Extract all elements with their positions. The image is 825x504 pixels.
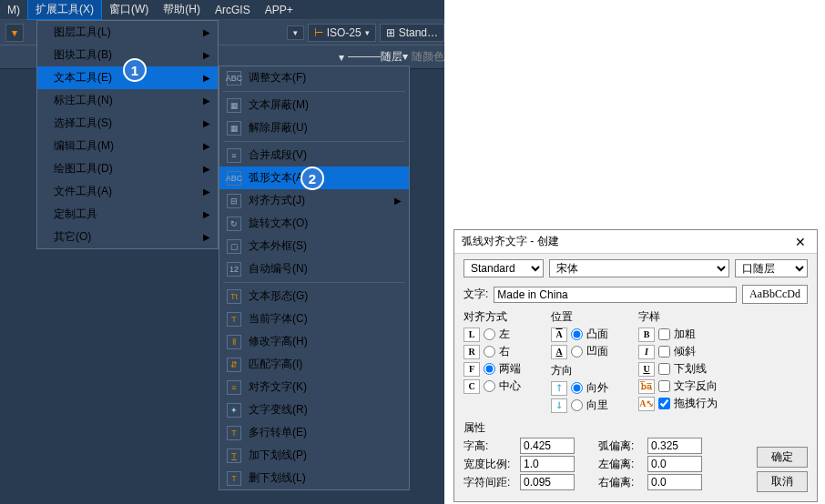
- menu-window[interactable]: 窗口(W): [102, 0, 156, 19]
- left-input[interactable]: [647, 456, 702, 472]
- submenu-adjust-text[interactable]: ABC调整文本(F): [219, 66, 409, 89]
- align-right-row[interactable]: R右: [463, 344, 545, 359]
- pos-concave-row[interactable]: A凹面: [551, 344, 633, 359]
- close-button[interactable]: ✕: [791, 235, 810, 249]
- dir-in-row[interactable]: ⇣向里: [551, 398, 633, 413]
- dir-in-radio[interactable]: [571, 399, 583, 411]
- tb-layer-dropdown[interactable]: ▾: [5, 24, 24, 42]
- submenu-multi-to-single[interactable]: T多行转单(E): [219, 421, 409, 444]
- menu-draw-tools[interactable]: 绘图工具(D)▶: [37, 157, 218, 180]
- submenu-change-height[interactable]: Ⅱ修改字高(H): [219, 330, 409, 353]
- menu-arcgis[interactable]: ArcGIS: [208, 2, 258, 18]
- submenu-unmask[interactable]: ▦解除屏蔽(U): [219, 116, 409, 139]
- bold-icon: B: [638, 328, 655, 342]
- submenu-align-text[interactable]: ≡对齐文字(K): [219, 376, 409, 398]
- submenu-del-underline[interactable]: T删下划线(L): [219, 467, 409, 489]
- underline-check[interactable]: [658, 363, 670, 375]
- submenu-match-height[interactable]: ⇵匹配字高(I): [219, 353, 409, 376]
- bold-row[interactable]: B加粗: [638, 327, 738, 342]
- align-fit-row[interactable]: F两端: [463, 361, 545, 377]
- ok-button[interactable]: 确定: [757, 447, 808, 468]
- width-label: 宽度比例:: [463, 457, 514, 472]
- step-badge-1: 1: [123, 58, 147, 82]
- align-fit-radio[interactable]: [484, 363, 495, 375]
- text-icon: ABC: [227, 71, 241, 86]
- submenu-arrow-icon: ▶: [203, 232, 210, 242]
- drag-row[interactable]: A⤡拖拽行为: [638, 396, 738, 411]
- props-title: 属性: [463, 420, 808, 436]
- menu-other[interactable]: 其它(O)▶: [37, 226, 218, 248]
- tb-layer-style[interactable]: ———随层▾: [348, 49, 408, 65]
- arc-label: 弧偏离:: [598, 438, 642, 454]
- tb-layer-color[interactable]: 随颜色: [412, 49, 444, 65]
- dir-out-row[interactable]: ⇡向外: [551, 380, 633, 396]
- dir-out-radio[interactable]: [571, 382, 583, 394]
- submenu-current-font[interactable]: T当前字体(C): [219, 307, 409, 330]
- menu-app[interactable]: APP+: [258, 2, 300, 18]
- align-left-radio[interactable]: [484, 328, 495, 340]
- italic-row[interactable]: I倾斜: [638, 344, 738, 359]
- tb-std-dropdown[interactable]: ⊞Stand…: [380, 24, 444, 42]
- style-select[interactable]: Standard: [463, 259, 544, 277]
- del-underline-icon: T: [227, 471, 241, 486]
- pos-convex-radio[interactable]: [571, 328, 583, 340]
- height-input[interactable]: [520, 438, 575, 454]
- reverse-check[interactable]: [658, 380, 670, 392]
- text-input[interactable]: [494, 287, 737, 303]
- menu-ext[interactable]: 扩展工具(X): [27, 0, 102, 20]
- font-select[interactable]: 宋体: [549, 259, 729, 277]
- spacing-input[interactable]: [520, 474, 575, 490]
- submenu-text-frame[interactable]: ▢文本外框(S): [219, 235, 409, 257]
- multi-icon: T: [227, 426, 241, 440]
- reverse-row[interactable]: b̅a̅文字反向: [638, 378, 738, 394]
- submenu-rotate-text[interactable]: ↻旋转文本(O): [219, 212, 409, 235]
- menu-dim-tools[interactable]: 标注工具(N)▶: [37, 89, 218, 112]
- align-center-label: 中心: [499, 378, 521, 394]
- layer-label: 随层: [381, 50, 402, 63]
- cancel-button[interactable]: 取消: [757, 471, 808, 492]
- match-icon: ⇵: [227, 358, 241, 372]
- convex-icon: A: [551, 328, 567, 342]
- tb-empty-dropdown[interactable]: ▾: [339, 51, 344, 64]
- arc-text-dialog: 弧线对齐文字 - 创建 ✕ Standard 宋体 口随层 文字: AaBbCc…: [453, 229, 818, 502]
- pos-concave-radio[interactable]: [571, 346, 583, 358]
- menu-m[interactable]: M): [0, 2, 27, 18]
- align-right-radio[interactable]: [484, 346, 495, 358]
- submenu-align[interactable]: ⊟对齐方式(J)▶: [219, 189, 409, 212]
- submenu-arrow-icon: ▶: [394, 196, 402, 206]
- std-label: Stand…: [399, 26, 438, 39]
- pos-concave-label: 凹面: [586, 344, 608, 359]
- menu-edit-tools[interactable]: 编辑工具(M)▶: [37, 135, 218, 157]
- underline-row[interactable]: U下划线: [638, 361, 738, 377]
- menu-custom-tools[interactable]: 定制工具▶: [37, 203, 218, 226]
- arc-input[interactable]: [647, 438, 702, 454]
- align-center-row[interactable]: C中心: [463, 378, 545, 394]
- tb-dim-dropdown[interactable]: ▾: [287, 25, 304, 40]
- align-left-row[interactable]: L左: [463, 327, 545, 342]
- bold-check[interactable]: [658, 328, 670, 340]
- width-input[interactable]: [520, 456, 575, 472]
- submenu-add-underline[interactable]: T加下划线(P): [219, 444, 409, 467]
- right-label: 右偏离:: [598, 475, 642, 490]
- submenu-merge-paragraph[interactable]: ≡合并成段(V): [219, 144, 409, 166]
- tb-iso-dropdown[interactable]: ⊢ISO-25▾: [308, 24, 376, 42]
- mask-icon: ▦: [227, 98, 241, 113]
- layer-select[interactable]: 口随层: [735, 259, 808, 277]
- pos-convex-row[interactable]: A凸面: [551, 327, 633, 342]
- drag-check[interactable]: [658, 398, 670, 409]
- right-input[interactable]: [647, 474, 702, 490]
- submenu-text-to-line[interactable]: ✦文字变线(R): [219, 398, 409, 421]
- align-center-radio[interactable]: [484, 380, 495, 392]
- align-group: 对齐方式 L左 R右 F两端 C中心: [463, 309, 545, 415]
- menu-layer-tools[interactable]: 图层工具(L)▶: [37, 21, 218, 44]
- submenu-auto-number[interactable]: 12自动编号(N): [219, 257, 409, 280]
- submenu-arrow-icon: ▶: [203, 96, 210, 106]
- submenu-text-form[interactable]: Tt文本形态(G): [219, 285, 409, 307]
- separator: [223, 141, 405, 142]
- menu-help[interactable]: 帮助(H): [156, 0, 208, 19]
- submenu-mask-text[interactable]: ▦文本屏蔽(M): [219, 94, 409, 116]
- menu-select-tools[interactable]: 选择工具(S)▶: [37, 112, 218, 135]
- menu-file-tools[interactable]: 文件工具(A)▶: [37, 180, 218, 203]
- submenu-arrow-icon: ▶: [203, 186, 210, 197]
- italic-check[interactable]: [658, 346, 670, 358]
